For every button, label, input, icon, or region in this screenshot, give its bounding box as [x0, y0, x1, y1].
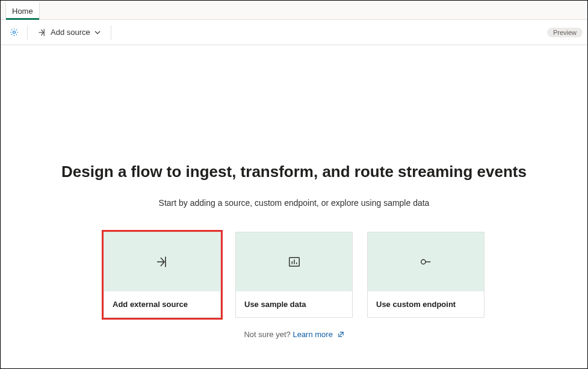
footer-help: Not sure yet? Learn more [1, 330, 587, 339]
svg-point-2 [421, 259, 425, 264]
card-icon-area [104, 232, 220, 291]
gear-icon [9, 27, 19, 37]
chevron-down-icon [94, 29, 101, 36]
card-use-sample-data[interactable]: Use sample data [235, 232, 353, 318]
toolbar-divider-2 [111, 25, 111, 40]
toolbar-divider [27, 25, 28, 40]
preview-badge: Preview [547, 28, 583, 37]
card-label: Add external source [104, 291, 220, 317]
external-link-icon [338, 331, 344, 338]
card-add-external-source[interactable]: Add external source [104, 232, 221, 318]
page-subtitle: Start by adding a source, custom endpoin… [1, 198, 587, 208]
preview-badge-label: Preview [553, 29, 577, 36]
card-icon-area [368, 232, 484, 291]
card-label: Use custom endpoint [368, 291, 484, 317]
not-sure-text: Not sure yet? [244, 330, 290, 339]
card-use-custom-endpoint[interactable]: Use custom endpoint [367, 232, 484, 318]
cards-row: Add external source Use sample data Use … [1, 232, 587, 318]
add-source-button[interactable]: Add source [32, 23, 106, 42]
card-label: Use sample data [236, 291, 352, 317]
add-source-label: Add source [51, 28, 90, 37]
tab-bar: Home [1, 1, 587, 20]
svg-point-0 [13, 31, 15, 34]
sample-data-icon [288, 255, 301, 268]
custom-endpoint-icon [419, 255, 433, 268]
tab-home[interactable]: Home [5, 2, 40, 19]
tab-home-label: Home [12, 7, 33, 16]
learn-more-label: Learn more [292, 330, 332, 339]
learn-more-link[interactable]: Learn more [292, 330, 344, 339]
settings-button[interactable] [5, 24, 22, 41]
card-icon-area [236, 232, 352, 291]
page-title: Design a flow to ingest, transform, and … [1, 163, 587, 181]
add-source-icon [37, 28, 47, 37]
main-content: Design a flow to ingest, transform, and … [1, 45, 587, 339]
toolbar: Add source Preview [1, 20, 587, 45]
external-source-icon [155, 255, 170, 269]
